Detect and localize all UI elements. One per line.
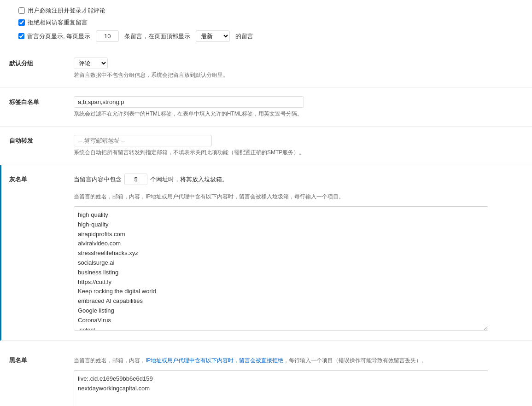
auto-forward-label: 自动转发 (9, 135, 74, 145)
graylist-description: 当留言的姓名，邮箱，内容，IP地址或用户代理中含有以下内容时，留言会被移入垃圾箱… (74, 192, 523, 201)
auto-forward-row: 自动转发 系统会自动把所有留言转发到指定邮箱，不填表示关闭此项功能（需配置正确的… (9, 131, 523, 160)
blacklist-desc-part1: 当留言的姓名，邮箱，内容， (74, 357, 146, 364)
pagination-checkbox[interactable] (18, 33, 24, 39)
blacklist-desc-part2: ，每行输入一个项目（错误操作可能导致有效留言丢失）。 (283, 357, 427, 364)
graylist-row: 灰名单 当留言内容中包含 个网址时，将其放入垃圾箱。 当留言的姓名，邮箱，内容，… (9, 170, 523, 336)
graylist-spam-prefix: 当留言内容中包含 (74, 175, 122, 184)
must-register-row: 用户必须注册并登录才能评论 (9, 5, 532, 17)
must-register-label[interactable]: 用户必须注册并登录才能评论 (18, 6, 105, 15)
reject-duplicate-row: 拒绝相同访客重复留言 (9, 17, 532, 29)
blacklist-label: 黑名单 (9, 354, 74, 365)
graylist-spam-count-row: 当留言内容中包含 个网址时，将其放入垃圾箱。 (74, 174, 523, 185)
tag-whitelist-label: 标签白名单 (9, 96, 74, 106)
default-group-select[interactable]: 评论 (74, 58, 108, 69)
auto-forward-section: 自动转发 系统会自动把所有留言转发到指定邮箱，不填表示关闭此项功能（需配置正确的… (0, 127, 532, 165)
tag-whitelist-row: 标签白名单 系统会过滤不在允许列表中的HTML标签，在表单中填入允许的HTML标… (9, 93, 523, 122)
blacklist-textarea[interactable]: live:.cid.e169e59bb6e6d159 nextdayworkin… (74, 370, 488, 406)
tag-whitelist-content: 系统会过滤不在允许列表中的HTML标签，在表单中填入允许的HTML标签，用英文逗… (74, 96, 523, 118)
blacklist-content: 当留言的姓名，邮箱，内容，IP地址或用户代理中含有以下内容时，留言会被直接拒绝，… (74, 354, 523, 406)
reject-duplicate-checkbox[interactable] (18, 19, 25, 26)
tag-whitelist-description: 系统会过滤不在允许列表中的HTML标签，在表单中填入允许的HTML标签，用英文逗… (74, 110, 523, 118)
must-register-checkbox[interactable] (18, 7, 25, 14)
must-register-text: 用户必须注册并登录才能评论 (28, 6, 105, 15)
graylist-textarea[interactable]: high quality high-quality airapidprofits… (74, 206, 488, 331)
default-group-section: 默认分组 评论 若留言数据中不包含分组信息，系统会把留言放到默认分组里。 (0, 49, 532, 88)
page-wrapper: 用户必须注册并登录才能评论 拒绝相同访客重复留言 留言分页显示, 每页显示 条留… (0, 0, 532, 406)
pagination-label[interactable]: 留言分页显示, 每页显示 (18, 32, 90, 41)
graylist-spam-suffix: 个网址时，将其放入垃圾箱。 (150, 175, 228, 184)
pagination-count-input[interactable] (96, 30, 119, 42)
graylist-label: 灰名单 (9, 174, 74, 184)
blacklist-desc-highlight: IP地址或用户代理中含有以下内容时，留言会被直接拒绝 (146, 357, 283, 364)
auto-forward-content: 系统会自动把所有留言转发到指定邮箱，不填表示关闭此项功能（需配置正确的SMTP服… (74, 135, 523, 157)
default-group-content: 评论 若留言数据中不包含分组信息，系统会把留言放到默认分组里。 (74, 58, 523, 79)
pagination-prefix-text: 留言分页显示, 每页显示 (27, 32, 90, 41)
tag-whitelist-section: 标签白名单 系统会过滤不在允许列表中的HTML标签，在表单中填入允许的HTML标… (0, 88, 532, 127)
auto-forward-input[interactable] (74, 135, 212, 146)
graylist-section: 灰名单 当留言内容中包含 个网址时，将其放入垃圾箱。 当留言的姓名，邮箱，内容，… (0, 165, 532, 341)
pagination-order-select[interactable]: 最新 最旧 (196, 30, 230, 42)
default-group-row: 默认分组 评论 若留言数据中不包含分组信息，系统会把留言放到默认分组里。 (9, 54, 523, 83)
blacklist-row: 黑名单 当留言的姓名，邮箱，内容，IP地址或用户代理中含有以下内容时，留言会被直… (9, 351, 523, 406)
reject-duplicate-label[interactable]: 拒绝相同访客重复留言 (18, 18, 88, 27)
pagination-row: 留言分页显示, 每页显示 条留言，在页面顶部显示 最新 最旧 的留言 (9, 29, 532, 44)
graylist-content: 当留言内容中包含 个网址时，将其放入垃圾箱。 当留言的姓名，邮箱，内容，IP地址… (74, 174, 523, 332)
tag-whitelist-input[interactable] (74, 96, 304, 108)
pagination-suffix-text: 条留言，在页面顶部显示 (124, 32, 190, 41)
default-group-description: 若留言数据中不包含分组信息，系统会把留言放到默认分组里。 (74, 71, 523, 79)
blacklist-description: 当留言的姓名，邮箱，内容，IP地址或用户代理中含有以下内容时，留言会被直接拒绝，… (74, 356, 523, 365)
pagination-suffix2-text: 的留言 (235, 32, 253, 41)
graylist-spam-count-input[interactable] (124, 174, 147, 185)
blacklist-section: 黑名单 当留言的姓名，邮箱，内容，IP地址或用户代理中含有以下内容时，留言会被直… (0, 346, 532, 406)
auto-forward-description: 系统会自动把所有留言转发到指定邮箱，不填表示关闭此项功能（需配置正确的SMTP服… (74, 148, 523, 157)
reject-duplicate-text: 拒绝相同访客重复留言 (28, 18, 88, 27)
default-group-label: 默认分组 (9, 58, 74, 68)
top-checkboxes-section: 用户必须注册并登录才能评论 拒绝相同访客重复留言 留言分页显示, 每页显示 条留… (0, 0, 532, 44)
